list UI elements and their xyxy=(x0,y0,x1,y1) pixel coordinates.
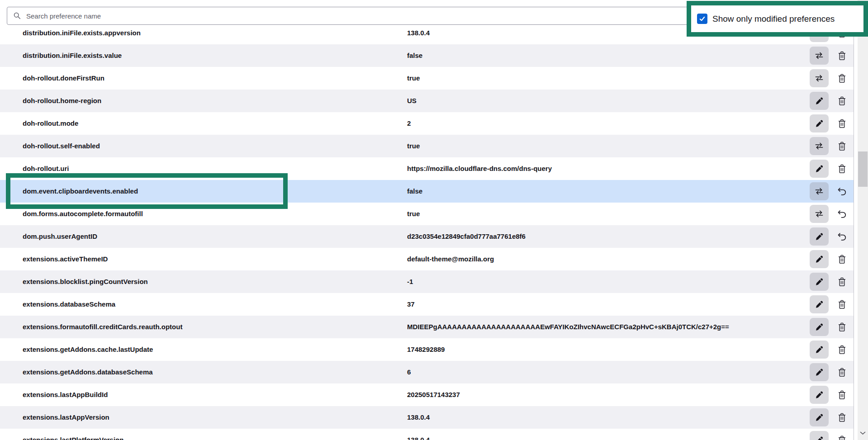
undo-button[interactable] xyxy=(833,183,850,200)
pref-name: extensions.lastPlatformVersion xyxy=(23,429,123,440)
pref-row[interactable]: doh-rollout.urihttps://mozilla.cloudflar… xyxy=(0,157,854,180)
scrollbar-down-icon[interactable] xyxy=(860,431,866,435)
edit-button[interactable] xyxy=(810,273,829,291)
pencil-icon xyxy=(815,436,823,440)
show-only-modified-checkbox[interactable] xyxy=(697,14,707,24)
toggle-arrows-icon xyxy=(815,142,824,150)
pencil-icon xyxy=(815,323,823,331)
pref-value: MDIEEPgAAAAAAAAAAAAAAAAAAAAAEwFAYIKoZIhv… xyxy=(407,316,729,338)
delete-button[interactable] xyxy=(833,318,850,336)
pref-value: false xyxy=(407,44,422,67)
pref-row[interactable]: extensions.lastAppVersion138.0.4 xyxy=(0,406,854,429)
pref-row[interactable]: extensions.databaseSchema37 xyxy=(0,293,854,316)
pref-value: false xyxy=(407,180,422,203)
edit-button[interactable] xyxy=(810,363,829,381)
vertical-scrollbar[interactable] xyxy=(858,0,868,440)
pref-name: extensions.databaseSchema xyxy=(23,293,115,316)
pencil-icon xyxy=(815,165,823,173)
edit-button[interactable] xyxy=(810,386,829,404)
delete-button[interactable] xyxy=(833,273,850,290)
pref-row[interactable]: extensions.lastPlatformVersion138.0.4 xyxy=(0,429,854,440)
pref-value: 138.0.4 xyxy=(407,22,430,44)
edit-button[interactable] xyxy=(810,431,829,440)
toggle-button[interactable] xyxy=(810,205,829,223)
trash-icon xyxy=(838,300,846,309)
delete-button[interactable] xyxy=(833,431,850,440)
pref-row[interactable]: doh-rollout.mode2 xyxy=(0,112,854,135)
pref-name: extensions.lastAppVersion xyxy=(23,406,109,429)
pref-row[interactable]: extensions.blocklist.pingCountVersion-1 xyxy=(0,270,854,293)
pref-row[interactable]: dom.forms.autocomplete.formautofilltrue xyxy=(0,203,854,225)
edit-button[interactable] xyxy=(810,114,829,132)
undo-button[interactable] xyxy=(833,205,850,222)
trash-icon xyxy=(838,368,846,377)
delete-button[interactable] xyxy=(833,251,850,268)
undo-button[interactable] xyxy=(833,228,850,245)
pref-value: 37 xyxy=(407,293,415,316)
pref-value: true xyxy=(407,67,420,90)
trash-icon xyxy=(838,74,846,83)
pencil-icon xyxy=(815,232,823,241)
toggle-button[interactable] xyxy=(810,182,829,200)
pref-name: extensions.getAddons.cache.lastUpdate xyxy=(23,338,153,361)
pref-name: doh-rollout.self-enabled xyxy=(23,135,100,157)
about-config-page: distribution.iniFile.exists.appversion13… xyxy=(0,0,868,440)
delete-button[interactable] xyxy=(833,341,850,358)
toggle-button[interactable] xyxy=(810,69,829,87)
pref-name: doh-rollout.home-region xyxy=(23,90,101,112)
trash-icon xyxy=(838,142,846,151)
delete-button[interactable] xyxy=(833,409,850,426)
pref-row[interactable]: doh-rollout.home-regionUS xyxy=(0,90,854,112)
pref-name: dom.push.userAgentID xyxy=(23,225,97,248)
pref-name: extensions.activeThemeID xyxy=(23,248,108,270)
pref-row[interactable]: distribution.iniFile.exists.valuefalse xyxy=(0,44,854,67)
pref-row[interactable]: dom.push.userAgentIDd23c0354e12849cfa0d7… xyxy=(0,225,854,248)
pref-name: doh-rollout.doneFirstRun xyxy=(23,67,104,90)
pref-value: https://mozilla.cloudflare-dns.com/dns-q… xyxy=(407,157,552,180)
edit-button[interactable] xyxy=(810,408,829,426)
pref-row[interactable]: extensions.formautofill.creditCards.reau… xyxy=(0,316,854,338)
trash-icon xyxy=(838,51,846,61)
delete-button[interactable] xyxy=(833,70,850,87)
edit-button[interactable] xyxy=(810,250,829,268)
edit-button[interactable] xyxy=(810,318,829,336)
pref-value: 1748292889 xyxy=(407,338,445,361)
edit-button[interactable] xyxy=(810,92,829,110)
delete-button[interactable] xyxy=(833,115,850,132)
delete-button[interactable] xyxy=(833,364,850,381)
edit-button[interactable] xyxy=(810,341,829,359)
delete-button[interactable] xyxy=(833,160,850,177)
pencil-icon xyxy=(815,391,823,399)
delete-button[interactable] xyxy=(833,386,850,403)
undo-icon xyxy=(837,232,847,241)
toggle-button[interactable] xyxy=(810,137,829,155)
pref-value: 138.0.4 xyxy=(407,429,430,440)
toggle-arrows-icon xyxy=(815,188,824,195)
toggle-button[interactable] xyxy=(810,47,829,65)
trash-icon xyxy=(838,277,846,287)
pref-name: distribution.iniFile.exists.appversion xyxy=(23,22,141,44)
toggle-arrows-icon xyxy=(815,75,824,82)
scrollbar-thumb[interactable] xyxy=(858,151,868,187)
pref-row[interactable]: doh-rollout.doneFirstRuntrue xyxy=(0,67,854,90)
pref-name: extensions.getAddons.databaseSchema xyxy=(23,361,153,383)
delete-button[interactable] xyxy=(833,92,850,109)
pref-value: US xyxy=(407,90,417,112)
edit-button[interactable] xyxy=(810,227,829,246)
pref-value: true xyxy=(407,135,420,157)
pref-row[interactable]: extensions.getAddons.cache.lastUpdate174… xyxy=(0,338,854,361)
delete-button[interactable] xyxy=(833,137,850,155)
delete-button[interactable] xyxy=(833,47,850,64)
pref-row[interactable]: extensions.lastAppBuildId20250517143237 xyxy=(0,383,854,406)
pref-row[interactable]: dom.event.clipboardevents.enabledfalse xyxy=(0,180,854,203)
trash-icon xyxy=(838,119,846,128)
pref-row[interactable]: extensions.getAddons.databaseSchema6 xyxy=(0,361,854,383)
pref-name: extensions.lastAppBuildId xyxy=(23,383,108,406)
pref-row[interactable]: extensions.activeThemeIDdefault-theme@mo… xyxy=(0,248,854,270)
delete-button[interactable] xyxy=(833,296,850,313)
pref-row[interactable]: doh-rollout.self-enabledtrue xyxy=(0,135,854,157)
pencil-icon xyxy=(815,278,823,286)
edit-button[interactable] xyxy=(810,160,829,178)
edit-button[interactable] xyxy=(810,295,829,313)
pref-value: -1 xyxy=(407,270,413,293)
